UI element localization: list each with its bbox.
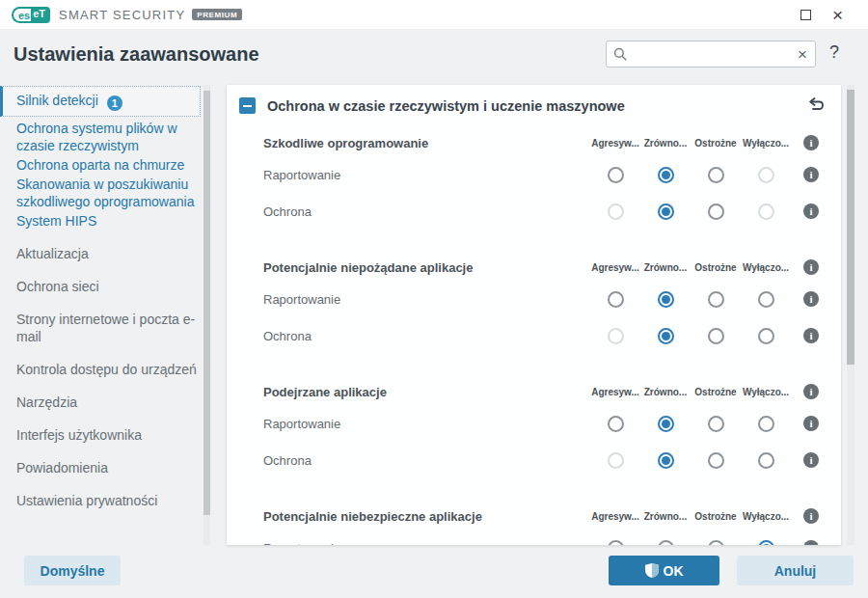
setting-row-label: Ochrona <box>263 453 590 468</box>
setting-row: Raportowanie i <box>263 281 831 317</box>
sidebar-item-12[interactable]: Powiadomienia <box>16 459 201 476</box>
sidebar-item-label: Ochrona systemu plików w czasie rzeczywi… <box>16 121 177 153</box>
section-title: Podejrzane aplikacje <box>263 385 590 399</box>
close-icon[interactable]: × <box>832 10 843 20</box>
radio-ostrozne[interactable] <box>708 204 724 220</box>
search-box[interactable]: × <box>606 41 816 68</box>
sidebar-item-11[interactable]: Interfejs użytkownika <box>16 426 201 444</box>
section-header-row: Potencjalnie niepożądane aplikacjeAgresy… <box>263 254 831 281</box>
clear-search-icon[interactable]: × <box>797 46 808 63</box>
sidebar-item-9[interactable]: Kontrola dostępu do urządzeń <box>16 361 201 378</box>
radio-agresywne[interactable] <box>608 291 624 308</box>
sidebar-item-10[interactable]: Narzędzia <box>16 394 201 411</box>
info-icon[interactable]: i <box>803 204 819 219</box>
setting-row: Ochrona i <box>263 193 831 230</box>
radio-ostrozne[interactable] <box>708 452 724 469</box>
radio-wylaczone[interactable] <box>758 291 774 308</box>
radio-wylaczone[interactable] <box>758 452 774 469</box>
section-header-row: Szkodliwe oprogramowanieAgresyw...Zrówno… <box>263 129 831 156</box>
radio-ostrozne[interactable] <box>708 291 724 308</box>
radio-agresywne[interactable] <box>608 416 624 432</box>
column-header-zrownowazone: Zrówno... <box>640 262 691 273</box>
window-controls: × <box>800 10 856 20</box>
sidebar-item-6[interactable]: Aktualizacja <box>16 245 201 262</box>
radio-zrownowazone[interactable] <box>658 204 674 220</box>
column-header-wylaczone: Wyłączo... <box>741 511 791 522</box>
info-icon[interactable]: i <box>803 259 819 275</box>
sidebar-item-5[interactable]: System HIPS <box>16 212 201 230</box>
radio-wylaczone <box>758 167 774 183</box>
sidebar-nav: Silnik detekcji1Ochrona systemu plików w… <box>0 85 201 509</box>
sidebar-item-label: Skanowania w poszukiwaniu szkodliwego op… <box>16 177 194 209</box>
ok-button[interactable]: OK <box>609 556 719 585</box>
sections-container: Szkodliwe oprogramowanieAgresyw...Zrówno… <box>227 123 841 545</box>
radio-wylaczone[interactable] <box>758 328 774 344</box>
sidebar-scrollbar <box>203 85 210 545</box>
info-icon[interactable]: i <box>803 291 819 307</box>
radio-ostrozne[interactable] <box>708 167 724 183</box>
radio-ostrozne[interactable] <box>708 328 724 344</box>
sidebar-item-1[interactable]: Silnik detekcji1 <box>0 86 201 117</box>
sidebar-item-13[interactable]: Ustawienia prywatności <box>16 492 201 509</box>
info-icon[interactable]: i <box>803 540 819 545</box>
reset-to-default-icon[interactable] <box>807 97 826 114</box>
setting-row-label: Ochrona <box>263 329 590 343</box>
settings-section: Potencjalnie niepożądane aplikacjeAgresy… <box>263 254 831 354</box>
radio-ostrozne[interactable] <box>708 540 724 546</box>
defaults-button[interactable]: Domyślne <box>24 556 121 585</box>
column-header-agresywne: Agresyw... <box>590 387 640 397</box>
sidebar-item-8[interactable]: Strony internetowe i poczta e-mail <box>16 311 201 345</box>
eset-logo-es: es <box>12 7 31 23</box>
radio-wylaczone[interactable] <box>758 540 774 546</box>
radio-zrownowazone[interactable] <box>658 167 674 183</box>
radio-zrownowazone[interactable] <box>658 328 674 344</box>
sidebar-item-label: Silnik detekcji <box>16 93 98 108</box>
info-icon[interactable]: i <box>803 135 819 150</box>
radio-wylaczone <box>758 204 774 220</box>
radio-ostrozne[interactable] <box>708 416 724 432</box>
radio-wylaczone[interactable] <box>758 416 774 432</box>
info-icon[interactable]: i <box>803 384 819 399</box>
eset-logo-et: eT <box>31 7 50 23</box>
sidebar-item-2[interactable]: Ochrona systemu plików w czasie rzeczywi… <box>16 120 201 154</box>
section-header-row: Podejrzane aplikacjeAgresyw...Zrówno...O… <box>263 378 831 405</box>
radio-agresywne <box>608 328 624 344</box>
info-icon[interactable]: i <box>803 167 819 182</box>
setting-row: Ochrona i <box>263 317 831 354</box>
info-icon[interactable]: i <box>803 452 819 468</box>
search-icon <box>613 47 628 62</box>
radio-zrownowazone[interactable] <box>658 452 674 469</box>
cancel-button[interactable]: Anuluj <box>737 556 854 585</box>
settings-panel: Ochrona w czasie rzeczywistym i uczenie … <box>227 85 841 545</box>
sidebar-scrollbar-thumb[interactable] <box>203 91 210 515</box>
sidebar: Silnik detekcji1Ochrona systemu plików w… <box>0 85 201 545</box>
sidebar-item-label: Ochrona sieci <box>16 279 99 294</box>
sidebar-item-label: Ochrona oparta na chmurze <box>16 157 184 173</box>
radio-agresywne[interactable] <box>608 167 624 183</box>
info-icon[interactable]: i <box>803 416 819 431</box>
column-header-agresywne: Agresyw... <box>590 262 640 273</box>
sidebar-item-label: System HIPS <box>16 213 96 229</box>
radio-zrownowazone[interactable] <box>658 291 674 308</box>
search-input[interactable] <box>628 47 797 62</box>
sidebar-item-4[interactable]: Skanowania w poszukiwaniu szkodliwego op… <box>16 176 201 210</box>
radio-zrownowazone[interactable] <box>658 540 674 546</box>
radio-agresywne <box>608 452 624 469</box>
setting-row-label: Raportowanie <box>263 541 590 546</box>
help-icon[interactable]: ? <box>829 42 839 63</box>
radio-agresywne[interactable] <box>608 540 624 546</box>
content-scrollbar-thumb[interactable] <box>847 90 854 365</box>
info-icon[interactable]: i <box>803 328 819 343</box>
column-header-ostrozne: Ostrożne <box>691 387 741 397</box>
maximize-icon[interactable] <box>800 10 811 20</box>
sidebar-item-3[interactable]: Ochrona oparta na chmurze <box>16 156 201 174</box>
sidebar-item-7[interactable]: Ochrona sieci <box>16 278 201 295</box>
radio-agresywne <box>608 204 624 220</box>
sidebar-item-label: Ustawienia prywatności <box>16 493 157 508</box>
setting-row-label: Raportowanie <box>263 292 590 307</box>
section-title: Potencjalnie niebezpieczne aplikacje <box>263 509 590 524</box>
column-header-zrownowazone: Zrówno... <box>640 511 691 522</box>
collapse-icon[interactable] <box>239 97 256 114</box>
radio-zrownowazone[interactable] <box>658 416 674 432</box>
info-icon[interactable]: i <box>803 508 819 524</box>
